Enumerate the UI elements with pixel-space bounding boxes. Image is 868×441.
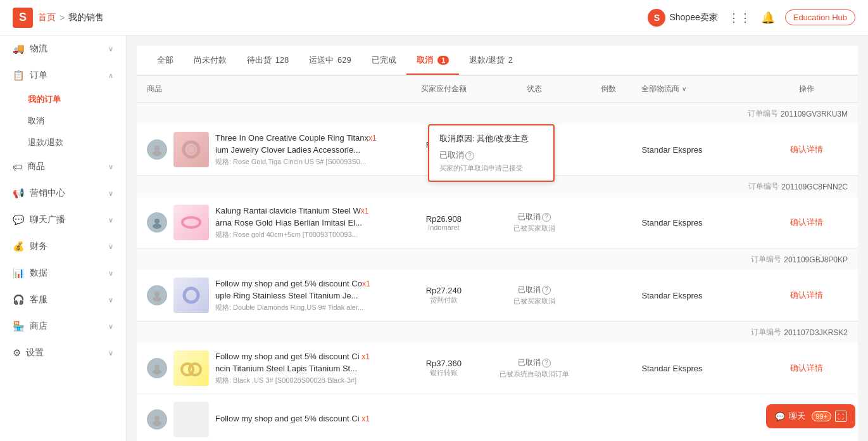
sidebar-item-service[interactable]: 🎧 客服 ∨ <box>0 286 126 313</box>
logistics-icon: 🚚 <box>13 43 25 54</box>
order-id-label: 订单编号 <box>748 108 778 119</box>
sidebar-item-label: 订单 <box>30 70 108 81</box>
sidebar-item-products[interactable]: 🏷 商品 ∨ <box>0 153 126 180</box>
order-id-value-3: 201109GBJ8P0KP <box>784 255 848 264</box>
product-thumbnail-2 <box>173 205 209 240</box>
tab-cancelled[interactable]: 取消 1 <box>406 46 460 75</box>
svg-point-7 <box>154 291 160 297</box>
sidebar-item-logistics[interactable]: 🚚 物流 ∨ <box>0 35 126 62</box>
shopee-logo: S <box>13 8 33 28</box>
chat-icon: 💬 <box>13 214 25 226</box>
logistics-label: 全部物流商 <box>641 84 679 94</box>
amount-col-4: Rp37.360 银行转账 <box>394 359 493 378</box>
product-name-4: Follow my shop and get 5% discount Ci x1… <box>215 351 394 374</box>
breadcrumb-current: 我的销售 <box>68 12 104 23</box>
seller-name: Shopee卖家 <box>669 12 717 23</box>
info-icon[interactable]: ? <box>465 151 474 160</box>
sidebar-item-shop[interactable]: 🏪 商店 ∨ <box>0 313 126 340</box>
tooltip-title: 取消原因: 其他/改变主意 <box>439 133 543 144</box>
sidebar-sub-returns[interactable]: 退款/退款 <box>28 132 126 153</box>
amount-col-2: Rp26.908 Indomaret <box>394 214 493 231</box>
avatar-2 <box>147 212 167 233</box>
product-thumbnail-3 <box>173 278 209 313</box>
amount-value-4: Rp37.360 <box>394 359 493 368</box>
col-header-logistics[interactable]: 全部物流商 ∨ <box>641 84 765 94</box>
collapse-icon: ∨ <box>108 296 113 304</box>
svg-point-10 <box>154 364 160 369</box>
expand-icon: ∧ <box>108 72 113 80</box>
confirm-details-button-3[interactable]: 确认详情 <box>790 290 823 301</box>
product-info-3: Follow my shop and get 5% discount Cox1u… <box>215 278 394 312</box>
tab-all[interactable]: 全部 <box>147 46 184 75</box>
sidebar-item-settings[interactable]: ⚙ 设置 ∨ <box>0 340 126 366</box>
collapse-icon: ∨ <box>108 163 113 171</box>
table-row: Follow my shop and get 5% discount Cox1u… <box>137 270 858 321</box>
svg-point-11 <box>153 369 161 374</box>
info-icon-4[interactable]: ? <box>542 359 551 368</box>
breadcrumb-home[interactable]: 首页 <box>38 12 56 23</box>
sidebar-sub-my-orders[interactable]: 我的订单 <box>28 89 126 110</box>
orders-table: 商品 买家应付金额 状态 倒数 全部物流商 ∨ 操作 订单编号 201109GV… <box>137 75 858 441</box>
logistics-col-2: Standar Ekspres <box>641 218 765 227</box>
table-row: 取消原因: 其他/改变主意 已取消? 买家的订单取消申请已接受 Three In… <box>137 124 858 175</box>
logistics-col-1: Standar Ekspres <box>641 145 765 155</box>
breadcrumb-separator: > <box>60 13 65 23</box>
main-content: 全部 尚未付款 待出货 128 运送中 629 已完成 取消 1 退款/退货 2… <box>127 35 868 441</box>
shopee-seller: S Shopee卖家 <box>648 9 717 27</box>
tab-unpaid[interactable]: 尚未付款 <box>184 46 237 75</box>
collapse-icon: ∨ <box>108 45 113 53</box>
collapse-icon: ∨ <box>108 243 113 251</box>
confirm-details-button-4[interactable]: 确认详情 <box>790 362 823 374</box>
table-row: Kalung Rantai clavicle Titanium Steel Wx… <box>137 197 858 248</box>
tab-shipping[interactable]: 运送中 629 <box>299 46 361 75</box>
product-name-3: Follow my shop and get 5% discount Cox1u… <box>215 278 394 301</box>
confirm-details-button-1[interactable]: 确认详情 <box>790 144 823 155</box>
amount-note-3: 货到付款 <box>394 295 493 305</box>
avatar-1 <box>147 139 167 160</box>
logistics-dropdown-icon: ∨ <box>682 86 686 93</box>
breadcrumb: 首页 > 我的销售 <box>38 12 104 23</box>
tab-completed[interactable]: 已完成 <box>362 46 406 75</box>
orders-submenu: 我的订单 取消 退款/退款 <box>0 89 126 153</box>
sidebar-item-orders[interactable]: 📋 订单 ∧ <box>0 62 126 89</box>
grid-icon[interactable]: ⋮⋮ <box>728 11 751 25</box>
expand-chat-icon[interactable]: ⛶ <box>835 411 846 422</box>
amount-value-3: Rp27.240 <box>394 286 493 295</box>
confirm-details-button-2[interactable]: 确认详情 <box>790 217 823 228</box>
tab-returns[interactable]: 退款/退货 2 <box>459 46 522 75</box>
info-icon-3[interactable]: ? <box>542 286 551 295</box>
finance-icon: 💰 <box>13 241 25 252</box>
info-icon-2[interactable]: ? <box>542 213 551 222</box>
order-id-value-2: 201109GC8FNN2C <box>781 182 848 191</box>
sidebar-item-data[interactable]: 📊 数据 ∨ <box>0 260 126 286</box>
product-thumbnail-5 <box>173 402 209 437</box>
product-col-2: Kalung Rantai clavicle Titanium Steel Wx… <box>147 205 394 240</box>
notification-bell-icon[interactable]: 🔔 <box>761 11 775 25</box>
collapse-icon: ∨ <box>108 269 113 278</box>
sidebar-item-finance[interactable]: 💰 财务 ∨ <box>0 233 126 260</box>
status-col-3: 已取消? 已被买家取消 <box>493 284 576 306</box>
service-icon: 🎧 <box>13 294 25 305</box>
sidebar-item-marketing[interactable]: 📢 营销中心 ∨ <box>0 180 126 207</box>
product-spec-1: 规格: Rose Gold,Tiga Cincin US 5# [S00093S… <box>215 157 394 167</box>
tab-cancelled-badge: 1 <box>437 56 449 65</box>
sidebar-item-chat[interactable]: 💬 聊天广播 ∨ <box>0 207 126 233</box>
table-row: Follow my shop and get 5% discount Ci x1… <box>137 343 858 393</box>
cancel-reason-tooltip: 取消原因: 其他/改变主意 已取消? 买家的订单取消申请已接受 <box>428 124 555 182</box>
product-thumbnail-1 <box>173 132 209 167</box>
education-hub-button[interactable]: Education Hub <box>785 10 855 25</box>
chat-label: 聊天 <box>789 411 805 422</box>
chat-badge: 99+ <box>812 411 831 421</box>
amount-note-2: Indomaret <box>394 224 493 231</box>
app-header: S 首页 > 我的销售 S Shopee卖家 ⋮⋮ 🔔 Education Hu… <box>0 0 868 35</box>
svg-point-15 <box>153 421 161 426</box>
amount-note-4: 银行转账 <box>394 368 493 378</box>
col-header-action: 操作 <box>765 84 848 94</box>
tab-pending[interactable]: 待出货 128 <box>237 46 299 75</box>
table-header-row: 商品 买家应付金额 状态 倒数 全部物流商 ∨ 操作 <box>137 75 858 103</box>
order-group-5: Follow my shop and get 5% discount Ci x1 <box>137 394 858 441</box>
chat-bubble[interactable]: 💬 聊天 99+ ⛶ <box>766 404 855 428</box>
product-qty-1: x1 <box>368 134 377 143</box>
sidebar-sub-cancel[interactable]: 取消 <box>28 110 126 132</box>
svg-point-6 <box>182 217 200 227</box>
